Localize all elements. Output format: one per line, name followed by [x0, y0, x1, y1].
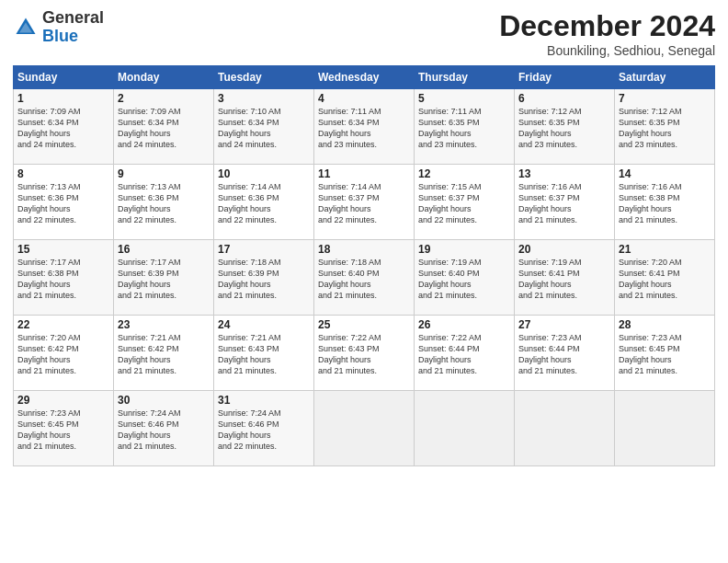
- cell-info: Sunrise: 7:13 AM Sunset: 6:36 PM Dayligh…: [118, 181, 210, 226]
- cell-4-0: 22 Sunrise: 7:20 AM Sunset: 6:42 PM Dayl…: [14, 316, 114, 391]
- cell-1-4: 5 Sunrise: 7:11 AM Sunset: 6:35 PM Dayli…: [415, 89, 515, 165]
- cell-4-5: 27 Sunrise: 7:23 AM Sunset: 6:44 PM Dayl…: [515, 316, 615, 391]
- title-block: December 2024 Bounkiling, Sedhiou, Seneg…: [499, 9, 715, 58]
- header-saturday: Saturday: [615, 66, 715, 89]
- day-number: 14: [619, 167, 711, 180]
- cell-2-4: 12 Sunrise: 7:15 AM Sunset: 6:37 PM Dayl…: [415, 165, 515, 240]
- day-number: 2: [118, 92, 210, 105]
- cell-info: Sunrise: 7:24 AM Sunset: 6:46 PM Dayligh…: [118, 408, 210, 453]
- week-row-2: 8 Sunrise: 7:13 AM Sunset: 6:36 PM Dayli…: [14, 165, 715, 240]
- cell-info: Sunrise: 7:16 AM Sunset: 6:37 PM Dayligh…: [518, 181, 610, 226]
- cell-5-0: 29 Sunrise: 7:23 AM Sunset: 6:45 PM Dayl…: [14, 391, 114, 466]
- day-number: 12: [418, 167, 510, 180]
- cell-3-3: 18 Sunrise: 7:18 AM Sunset: 6:40 PM Dayl…: [314, 240, 415, 316]
- cell-info: Sunrise: 7:16 AM Sunset: 6:38 PM Dayligh…: [619, 181, 711, 226]
- cell-info: Sunrise: 7:24 AM Sunset: 6:46 PM Dayligh…: [218, 408, 310, 453]
- day-number: 4: [318, 92, 410, 105]
- day-number: 9: [118, 167, 210, 180]
- cell-3-0: 15 Sunrise: 7:17 AM Sunset: 6:38 PM Dayl…: [14, 240, 114, 316]
- day-number: 31: [218, 394, 310, 407]
- cell-5-1: 30 Sunrise: 7:24 AM Sunset: 6:46 PM Dayl…: [114, 391, 214, 466]
- day-number: 6: [518, 92, 610, 105]
- cell-info: Sunrise: 7:23 AM Sunset: 6:44 PM Dayligh…: [518, 332, 610, 377]
- cell-1-5: 6 Sunrise: 7:12 AM Sunset: 6:35 PM Dayli…: [515, 89, 615, 165]
- cell-info: Sunrise: 7:22 AM Sunset: 6:44 PM Dayligh…: [418, 332, 510, 377]
- cell-3-2: 17 Sunrise: 7:18 AM Sunset: 6:39 PM Dayl…: [214, 240, 314, 316]
- cell-info: Sunrise: 7:23 AM Sunset: 6:45 PM Dayligh…: [17, 408, 109, 453]
- cell-4-1: 23 Sunrise: 7:21 AM Sunset: 6:42 PM Dayl…: [114, 316, 214, 391]
- day-number: 19: [418, 243, 510, 256]
- cell-info: Sunrise: 7:11 AM Sunset: 6:34 PM Dayligh…: [318, 106, 410, 151]
- cell-5-6: [615, 391, 715, 466]
- day-number: 23: [118, 318, 210, 331]
- month-title: December 2024: [499, 9, 715, 43]
- day-number: 1: [17, 92, 109, 105]
- cell-info: Sunrise: 7:14 AM Sunset: 6:37 PM Dayligh…: [318, 181, 410, 226]
- logo-icon: [13, 15, 39, 40]
- cell-3-6: 21 Sunrise: 7:20 AM Sunset: 6:41 PM Dayl…: [615, 240, 715, 316]
- cell-2-6: 14 Sunrise: 7:16 AM Sunset: 6:38 PM Dayl…: [615, 165, 715, 240]
- cell-4-6: 28 Sunrise: 7:23 AM Sunset: 6:45 PM Dayl…: [615, 316, 715, 391]
- cell-1-3: 4 Sunrise: 7:11 AM Sunset: 6:34 PM Dayli…: [314, 89, 415, 165]
- day-number: 29: [17, 394, 109, 407]
- cell-2-1: 9 Sunrise: 7:13 AM Sunset: 6:36 PM Dayli…: [114, 165, 214, 240]
- cell-info: Sunrise: 7:21 AM Sunset: 6:42 PM Dayligh…: [118, 332, 210, 377]
- cell-info: Sunrise: 7:09 AM Sunset: 6:34 PM Dayligh…: [118, 106, 210, 151]
- cell-info: Sunrise: 7:20 AM Sunset: 6:42 PM Dayligh…: [17, 332, 109, 377]
- calendar-body: 1 Sunrise: 7:09 AM Sunset: 6:34 PM Dayli…: [14, 89, 715, 466]
- day-number: 5: [418, 92, 510, 105]
- day-number: 15: [17, 243, 109, 256]
- cell-info: Sunrise: 7:19 AM Sunset: 6:41 PM Dayligh…: [518, 257, 610, 302]
- day-number: 11: [318, 167, 410, 180]
- logo: General Blue: [13, 9, 104, 46]
- cell-info: Sunrise: 7:12 AM Sunset: 6:35 PM Dayligh…: [619, 106, 711, 151]
- day-number: 17: [218, 243, 310, 256]
- cell-info: Sunrise: 7:21 AM Sunset: 6:43 PM Dayligh…: [218, 332, 310, 377]
- cell-2-3: 11 Sunrise: 7:14 AM Sunset: 6:37 PM Dayl…: [314, 165, 415, 240]
- cell-info: Sunrise: 7:10 AM Sunset: 6:34 PM Dayligh…: [218, 106, 310, 151]
- cell-info: Sunrise: 7:19 AM Sunset: 6:40 PM Dayligh…: [418, 257, 510, 302]
- day-number: 26: [418, 318, 510, 331]
- cell-5-2: 31 Sunrise: 7:24 AM Sunset: 6:46 PM Dayl…: [214, 391, 314, 466]
- cell-5-5: [515, 391, 615, 466]
- cell-info: Sunrise: 7:15 AM Sunset: 6:37 PM Dayligh…: [418, 181, 510, 226]
- week-row-3: 15 Sunrise: 7:17 AM Sunset: 6:38 PM Dayl…: [14, 240, 715, 316]
- day-number: 30: [118, 394, 210, 407]
- cell-3-5: 20 Sunrise: 7:19 AM Sunset: 6:41 PM Dayl…: [515, 240, 615, 316]
- cell-info: Sunrise: 7:18 AM Sunset: 6:40 PM Dayligh…: [318, 257, 410, 302]
- day-number: 22: [17, 318, 109, 331]
- cell-1-2: 3 Sunrise: 7:10 AM Sunset: 6:34 PM Dayli…: [214, 89, 314, 165]
- header-tuesday: Tuesday: [214, 66, 314, 89]
- cell-2-5: 13 Sunrise: 7:16 AM Sunset: 6:37 PM Dayl…: [515, 165, 615, 240]
- day-number: 21: [619, 243, 711, 256]
- cell-info: Sunrise: 7:14 AM Sunset: 6:36 PM Dayligh…: [218, 181, 310, 226]
- location: Bounkiling, Sedhiou, Senegal: [499, 43, 715, 58]
- header-row: Sunday Monday Tuesday Wednesday Thursday…: [14, 66, 715, 89]
- day-number: 3: [218, 92, 310, 105]
- cell-4-3: 25 Sunrise: 7:22 AM Sunset: 6:43 PM Dayl…: [314, 316, 415, 391]
- cell-info: Sunrise: 7:17 AM Sunset: 6:38 PM Dayligh…: [17, 257, 109, 302]
- day-number: 28: [619, 318, 711, 331]
- header-friday: Friday: [515, 66, 615, 89]
- calendar-table: Sunday Monday Tuesday Wednesday Thursday…: [13, 65, 715, 466]
- cell-info: Sunrise: 7:11 AM Sunset: 6:35 PM Dayligh…: [418, 106, 510, 151]
- cell-4-4: 26 Sunrise: 7:22 AM Sunset: 6:44 PM Dayl…: [415, 316, 515, 391]
- day-number: 27: [518, 318, 610, 331]
- cell-info: Sunrise: 7:13 AM Sunset: 6:36 PM Dayligh…: [17, 181, 109, 226]
- logo-blue: Blue: [42, 27, 78, 45]
- logo-text: General Blue: [42, 9, 104, 46]
- cell-3-4: 19 Sunrise: 7:19 AM Sunset: 6:40 PM Dayl…: [415, 240, 515, 316]
- day-number: 24: [218, 318, 310, 331]
- cell-2-0: 8 Sunrise: 7:13 AM Sunset: 6:36 PM Dayli…: [14, 165, 114, 240]
- header-sunday: Sunday: [14, 66, 114, 89]
- cell-info: Sunrise: 7:09 AM Sunset: 6:34 PM Dayligh…: [17, 106, 109, 151]
- week-row-1: 1 Sunrise: 7:09 AM Sunset: 6:34 PM Dayli…: [14, 89, 715, 165]
- cell-1-0: 1 Sunrise: 7:09 AM Sunset: 6:34 PM Dayli…: [14, 89, 114, 165]
- header-wednesday: Wednesday: [314, 66, 415, 89]
- week-row-5: 29 Sunrise: 7:23 AM Sunset: 6:45 PM Dayl…: [14, 391, 715, 466]
- day-number: 8: [17, 167, 109, 180]
- cell-info: Sunrise: 7:20 AM Sunset: 6:41 PM Dayligh…: [619, 257, 711, 302]
- day-number: 18: [318, 243, 410, 256]
- cell-1-6: 7 Sunrise: 7:12 AM Sunset: 6:35 PM Dayli…: [615, 89, 715, 165]
- cell-info: Sunrise: 7:17 AM Sunset: 6:39 PM Dayligh…: [118, 257, 210, 302]
